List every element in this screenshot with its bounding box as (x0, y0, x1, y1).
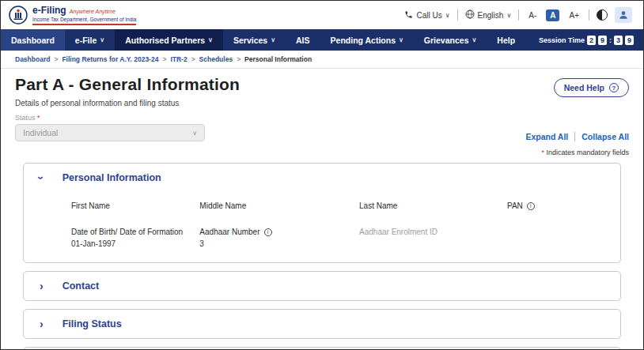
contrast-toggle-icon[interactable] (597, 9, 608, 21)
user-icon (618, 9, 629, 21)
chevron-down-icon: ∨ (100, 36, 104, 43)
breadcrumb-dashboard[interactable]: Dashboard (15, 55, 50, 63)
nav-pending-actions[interactable]: Pending Actions ∨ (320, 29, 414, 51)
chevron-down-icon: ∨ (472, 36, 476, 43)
section-personal-information-header[interactable]: › Personal Information (24, 164, 620, 192)
chevron-right-icon: › (40, 318, 44, 329)
user-profile-button[interactable] (615, 7, 632, 23)
nav-services[interactable]: Services ∨ (223, 29, 286, 51)
header-actions: Call Us ∨ English ∨ A- A A+ (404, 7, 632, 23)
info-icon[interactable]: i (264, 228, 272, 236)
section-contact-header[interactable]: › Contact (24, 272, 620, 300)
status-field: Status * Individual ∨ (15, 114, 205, 141)
call-us-label: Call Us (416, 11, 441, 20)
language-label: English (478, 11, 504, 20)
section-filing-status-header[interactable]: › Filing Status (24, 310, 620, 338)
help-icon: ? (609, 83, 619, 92)
language-menu[interactable]: English ∨ (465, 9, 512, 21)
breadcrumb: Dashboard > Filing Returns for A.Y. 2023… (1, 51, 643, 69)
page-title: Part A - General Information (15, 75, 240, 94)
globe-icon (465, 9, 475, 21)
brand-title: e-Filing (32, 5, 66, 16)
session-label: Session Time (539, 36, 585, 44)
field-middle-name: Middle Name (199, 201, 359, 213)
field-first-name: First Name (71, 201, 199, 213)
section-contact: › Contact (23, 271, 621, 301)
breadcrumb-separator: > (237, 55, 241, 63)
nav-ais[interactable]: AIS (286, 29, 320, 51)
chevron-down-icon: ∨ (506, 12, 511, 19)
section-title: Contact (63, 280, 100, 292)
field-empty (507, 228, 604, 248)
section-bank-details: › Bank Details (23, 347, 621, 350)
brand-text: e-Filing Anywhere Anytime Income Tax Dep… (32, 5, 136, 25)
top-header: e-Filing Anywhere Anytime Income Tax Dep… (1, 1, 643, 29)
phone-icon (404, 10, 413, 21)
font-increase-button[interactable]: A+ (566, 9, 581, 21)
field-aadhaar-number: Aadhaar Numberi 3 (199, 228, 359, 248)
font-default-button[interactable]: A (546, 9, 559, 21)
breadcrumb-separator: > (162, 55, 166, 63)
field-date-of-birth: Date of Birth/ Date of Formation 01-Jan-… (71, 228, 199, 248)
session-digit: 9 (598, 36, 607, 45)
section-title: Personal Information (63, 172, 161, 183)
divider (518, 9, 519, 21)
section-filing-status: › Filing Status (23, 309, 621, 339)
mandatory-note: * Indicates mandatory fields (15, 149, 629, 156)
status-select-value: Individual (23, 128, 58, 137)
chevron-down-icon: ∨ (208, 36, 213, 43)
field-aadhaar-enrolment-id: Aadhaar Enrolment ID (359, 228, 507, 248)
main-content: Part A - General Information Need Help ?… (1, 69, 643, 350)
call-us-menu[interactable]: Call Us ∨ (404, 10, 449, 21)
collapse-all-link[interactable]: Collapse All (581, 132, 629, 141)
field-last-name: Last Name (359, 201, 507, 213)
chevron-down-icon: › (36, 176, 47, 180)
expand-collapse-controls: Expand All Collapse All (525, 132, 629, 141)
session-digit: 9 (625, 36, 634, 45)
brand-subtitle: Income Tax Department, Government of Ind… (32, 17, 136, 22)
status-select[interactable]: Individual ∨ (15, 124, 205, 141)
session-timer: Session Time 2 9 : 3 9 (529, 29, 643, 51)
session-digit: 2 (587, 36, 596, 45)
breadcrumb-schedules[interactable]: Schedules (199, 55, 233, 63)
chevron-down-icon: ∨ (271, 36, 275, 43)
app-window: e-Filing Anywhere Anytime Income Tax Dep… (0, 0, 644, 350)
need-help-button[interactable]: Need Help ? (554, 78, 629, 97)
session-separator: : (609, 36, 612, 44)
nav-e-file[interactable]: e-File ∨ (65, 29, 115, 51)
main-nav: Dashboard e-File ∨ Authorised Partners ∨… (1, 29, 643, 51)
section-personal-information: › Personal Information First Name Middle… (23, 163, 621, 263)
status-label: Status * (15, 114, 205, 122)
nav-dashboard[interactable]: Dashboard (1, 29, 65, 51)
chevron-right-icon: › (40, 280, 44, 292)
breadcrumb-separator: > (191, 55, 195, 63)
personal-information-body: First Name Middle Name Last Name PANi (24, 192, 620, 262)
required-marker: * (541, 149, 544, 156)
info-icon[interactable]: i (527, 202, 535, 210)
nav-authorised-partners[interactable]: Authorised Partners ∨ (115, 29, 223, 51)
session-digit: 3 (614, 36, 623, 45)
expand-all-link[interactable]: Expand All (525, 132, 568, 141)
page-subtitle: Details of personal information and fili… (15, 99, 629, 107)
chevron-down-icon: ∨ (445, 12, 450, 19)
brand-tagline: Anywhere Anytime (70, 9, 116, 14)
font-decrease-button[interactable]: A- (526, 9, 539, 21)
field-pan: PANi (507, 201, 604, 213)
divider (457, 9, 458, 21)
breadcrumb-personal-information: Personal Information (244, 55, 312, 63)
brand-logo[interactable]: e-Filing Anywhere Anytime Income Tax Dep… (9, 5, 136, 25)
breadcrumb-filing-returns[interactable]: Filing Returns for A.Y. 2023-24 (62, 55, 158, 63)
required-marker: * (37, 114, 40, 122)
breadcrumb-itr-2[interactable]: ITR-2 (170, 55, 187, 63)
divider (574, 132, 575, 141)
section-title: Filing Status (63, 318, 122, 329)
govt-emblem-icon (9, 6, 28, 24)
chevron-down-icon: ∨ (399, 36, 403, 43)
nav-grievances[interactable]: Grievances ∨ (414, 29, 487, 51)
breadcrumb-separator: > (54, 55, 58, 63)
chevron-down-icon: ∨ (192, 130, 197, 137)
nav-help[interactable]: Help (487, 29, 525, 51)
divider (589, 9, 589, 21)
